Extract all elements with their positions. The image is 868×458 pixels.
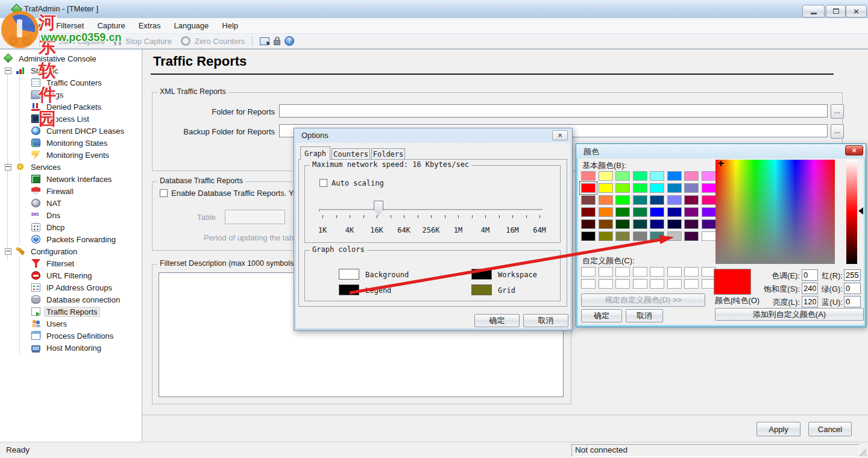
menu-item-filterset[interactable]: Filterset bbox=[49, 18, 90, 34]
add-custom-color-button[interactable]: 添加到自定义颜色(A) bbox=[715, 308, 864, 321]
legend-color-swatch[interactable] bbox=[339, 284, 359, 295]
menu-item-capture[interactable]: Capture bbox=[90, 18, 131, 34]
close-button[interactable]: × bbox=[846, 5, 867, 17]
basic-color-swatch[interactable] bbox=[581, 183, 596, 193]
tree-item-dhcp[interactable]: Dhcp bbox=[0, 221, 141, 233]
custom-color-swatch[interactable] bbox=[667, 279, 682, 289]
basic-color-swatch[interactable] bbox=[702, 183, 716, 193]
tree-item-monitoring-events[interactable]: Monitoring Events bbox=[0, 149, 141, 161]
tab-graph[interactable]: Graph bbox=[300, 146, 330, 160]
hsl-value-input[interactable] bbox=[802, 269, 818, 281]
basic-color-swatch[interactable] bbox=[684, 183, 699, 193]
workspace-color-swatch[interactable] bbox=[471, 269, 492, 280]
color-close-button[interactable]: × bbox=[845, 145, 863, 155]
basic-color-swatch[interactable] bbox=[615, 207, 630, 217]
resize-grip[interactable] bbox=[858, 448, 866, 456]
hue-saturation-field[interactable] bbox=[715, 160, 835, 264]
tab-counters[interactable]: Counters bbox=[332, 148, 370, 160]
basic-color-swatch[interactable] bbox=[667, 219, 682, 229]
background-color-swatch[interactable] bbox=[339, 269, 359, 280]
basic-color-swatch[interactable] bbox=[581, 231, 596, 241]
custom-color-swatch[interactable] bbox=[615, 267, 630, 277]
basic-color-swatch[interactable] bbox=[667, 171, 682, 181]
settings-gear-icon[interactable] bbox=[8, 36, 18, 46]
tree-item-administative-console[interactable]: Administative Console bbox=[0, 52, 141, 64]
tree-item-database-connection[interactable]: Database connection bbox=[0, 293, 141, 306]
basic-color-swatch[interactable] bbox=[599, 219, 613, 229]
basic-color-swatch[interactable] bbox=[633, 171, 647, 181]
start-capture-button[interactable]: Start Capture bbox=[58, 37, 105, 46]
basic-color-swatch[interactable] bbox=[599, 207, 613, 217]
tree-item-logs[interactable]: Logs bbox=[0, 89, 141, 101]
basic-color-swatch[interactable] bbox=[633, 183, 647, 193]
folder-browse-button[interactable]: ... bbox=[831, 104, 844, 119]
basic-color-swatch[interactable] bbox=[650, 219, 664, 229]
minimize-button[interactable] bbox=[802, 5, 825, 17]
custom-color-swatch[interactable] bbox=[684, 279, 699, 289]
tab-folders[interactable]: Folders bbox=[371, 148, 405, 160]
custom-color-swatch[interactable] bbox=[581, 267, 596, 277]
basic-color-swatch[interactable] bbox=[684, 219, 699, 229]
basic-color-swatch[interactable] bbox=[633, 195, 647, 205]
basic-color-swatch[interactable] bbox=[684, 231, 699, 241]
menu-item-language[interactable]: Language bbox=[167, 18, 215, 34]
tree-item-dns[interactable]: Dns bbox=[0, 209, 141, 221]
color-dialog-titlebar[interactable]: 颜色 bbox=[576, 144, 866, 158]
options-dialog-titlebar[interactable]: Options bbox=[294, 128, 572, 143]
tree-item-services[interactable]: Services bbox=[0, 161, 141, 173]
help-icon[interactable]: ? bbox=[285, 36, 294, 46]
collapse-icon[interactable] bbox=[5, 248, 11, 255]
basic-color-swatch[interactable] bbox=[667, 183, 682, 193]
basic-color-swatch[interactable] bbox=[581, 171, 596, 181]
tree-item-statistic[interactable]: Statistic bbox=[0, 64, 141, 77]
basic-color-swatch[interactable] bbox=[702, 231, 716, 241]
basic-color-swatch[interactable] bbox=[650, 171, 664, 181]
menu-item-help[interactable]: Help bbox=[215, 18, 245, 34]
custom-color-swatch[interactable] bbox=[650, 267, 664, 277]
basic-color-swatch[interactable] bbox=[581, 219, 596, 229]
basic-color-swatch[interactable] bbox=[615, 183, 630, 193]
tree-item-current-dhcp-leases[interactable]: Current DHCP Leases bbox=[0, 125, 141, 137]
tree-item-firewall[interactable]: Firewall bbox=[0, 185, 141, 197]
tree-item-filterset[interactable]: Filterset bbox=[0, 257, 141, 269]
basic-color-swatch[interactable] bbox=[684, 195, 699, 205]
custom-color-swatch[interactable] bbox=[633, 267, 647, 277]
basic-color-swatch[interactable] bbox=[684, 171, 699, 181]
basic-color-swatch[interactable] bbox=[615, 195, 630, 205]
tree-item-configuration[interactable]: Configuration bbox=[0, 245, 141, 257]
custom-color-swatch[interactable] bbox=[650, 279, 664, 289]
tree-item-host-monitoring[interactable]: Host Monitoring bbox=[0, 342, 141, 354]
stop-capture-button[interactable]: Stop Capture bbox=[125, 37, 172, 46]
basic-color-swatch[interactable] bbox=[599, 171, 613, 181]
basic-color-swatch[interactable] bbox=[702, 195, 716, 205]
maximize-button[interactable] bbox=[826, 5, 846, 17]
cancel-button[interactable]: Cancel bbox=[808, 422, 852, 436]
options-ok-button[interactable]: 确定 bbox=[474, 314, 520, 327]
hsl-value-input[interactable] bbox=[802, 283, 818, 294]
tree-item-denied-packets[interactable]: Denied Packets bbox=[0, 101, 141, 113]
lock-icon[interactable] bbox=[274, 40, 280, 45]
luminance-arrow-icon[interactable] bbox=[858, 207, 863, 215]
zero-counters-button[interactable]: Zero Counters bbox=[195, 37, 245, 46]
settings-wrench-icon[interactable] bbox=[22, 36, 32, 46]
tree-item-monitoring-states[interactable]: Monitoring States bbox=[0, 137, 141, 149]
basic-color-swatch[interactable] bbox=[633, 219, 647, 229]
rgb-value-input[interactable] bbox=[844, 283, 861, 294]
basic-color-swatch[interactable] bbox=[667, 207, 682, 217]
menu-item-action[interactable]: Action bbox=[14, 18, 49, 34]
color-ok-button[interactable]: 确定 bbox=[581, 309, 622, 322]
tree-item-network-interfaces[interactable]: Network Interfaces bbox=[0, 173, 141, 185]
tree-item-traffic-reports[interactable]: Traffic Reports bbox=[0, 306, 141, 318]
tree-item-traffic-counters[interactable]: Traffic Counters bbox=[0, 77, 141, 89]
custom-color-swatch[interactable] bbox=[667, 267, 682, 277]
menu-item-extras[interactable]: Extras bbox=[132, 18, 168, 34]
speed-slider-track[interactable] bbox=[319, 209, 543, 212]
basic-color-swatch[interactable] bbox=[650, 183, 664, 193]
basic-color-swatch[interactable] bbox=[633, 207, 647, 217]
tree-item-packets-forwarding[interactable]: Packets Forwarding bbox=[0, 233, 141, 245]
tree-item-url-filtering[interactable]: URL Filtering bbox=[0, 269, 141, 281]
custom-color-swatch[interactable] bbox=[599, 267, 613, 277]
custom-color-swatch[interactable] bbox=[684, 267, 699, 277]
basic-color-swatch[interactable] bbox=[650, 195, 664, 205]
collapse-icon[interactable] bbox=[5, 164, 11, 171]
